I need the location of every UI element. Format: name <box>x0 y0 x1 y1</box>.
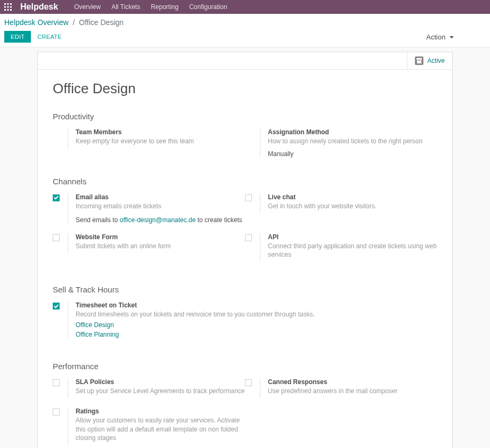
canned-checkbox[interactable] <box>245 379 252 386</box>
action-dropdown[interactable]: Action <box>426 33 454 41</box>
ratings-help: Allow your customers to easily rate your… <box>76 416 245 443</box>
breadcrumb: Helpdesk Overview / Office Design <box>4 18 486 27</box>
api-checkbox[interactable] <box>245 234 252 241</box>
nav-all-tickets[interactable]: All Tickets <box>111 3 140 11</box>
action-label: Action <box>426 33 445 41</box>
svg-rect-6 <box>4 9 6 11</box>
assignation-value: Manually <box>268 150 437 158</box>
canned-label: Canned Responses <box>268 378 437 386</box>
section-productivity: Productivity <box>53 112 437 121</box>
ratings-label: Ratings <box>76 408 245 415</box>
sla-checkbox[interactable] <box>53 379 60 386</box>
email-alias-checkbox[interactable] <box>53 194 60 201</box>
team-members-help: Keep empty for everyone to see this team <box>76 137 245 146</box>
email-alias-help: Incoming emails create tickets <box>76 202 245 211</box>
status-bar: Active <box>38 52 452 70</box>
svg-rect-7 <box>7 9 9 11</box>
svg-rect-5 <box>10 6 12 8</box>
assignation-label: Assignation Method <box>268 128 437 136</box>
api-label: API <box>268 233 437 241</box>
timesheet-link-design[interactable]: Office Design <box>76 321 437 329</box>
svg-rect-1 <box>7 3 9 5</box>
sla-label: SLA Policies <box>76 378 245 386</box>
page-title: Office Design <box>53 80 437 97</box>
timesheet-checkbox[interactable] <box>53 303 60 309</box>
breadcrumb-parent[interactable]: Helpdesk Overview <box>4 18 69 27</box>
app-title[interactable]: Helpdesk <box>20 2 58 12</box>
section-sell: Sell & Track Hours <box>53 285 437 294</box>
nav-configuration[interactable]: Configuration <box>189 3 227 11</box>
control-panel: Helpdesk Overview / Office Design EDIT C… <box>0 14 490 47</box>
assignation-help: How to assign newly created tickets to t… <box>268 137 437 146</box>
active-label: Active <box>427 57 445 64</box>
svg-rect-11 <box>419 61 420 61</box>
timesheet-label: Timesheet on Ticket <box>76 302 437 309</box>
caret-down-icon <box>450 36 454 38</box>
nav-reporting[interactable]: Reporting <box>151 3 178 11</box>
website-form-label: Website Form <box>76 233 245 241</box>
svg-rect-3 <box>4 6 6 8</box>
api-help: Connect third party application and crea… <box>268 242 437 260</box>
svg-rect-9 <box>416 58 422 60</box>
breadcrumb-current: Office Design <box>79 18 124 27</box>
canned-help: Use predefined answers in the mail compo… <box>268 387 437 396</box>
create-button[interactable]: CREATE <box>35 31 64 43</box>
svg-rect-10 <box>417 60 421 63</box>
livechat-label: Live chat <box>268 193 437 201</box>
apps-icon[interactable] <box>4 3 12 11</box>
livechat-checkbox[interactable] <box>245 194 252 201</box>
livechat-help: Get in touch with your website visitors. <box>268 202 437 211</box>
email-alias-line: Send emails to office-design@manatec.de … <box>76 216 245 224</box>
timesheet-help: Record timesheets on your tickets and re… <box>76 310 437 319</box>
button-row: EDIT CREATE Action <box>4 31 486 47</box>
email-alias-address[interactable]: office-design@manatec.de <box>120 216 196 224</box>
section-performance: Performance <box>53 362 437 371</box>
website-form-help: Submit tickets with an online form <box>76 242 245 251</box>
breadcrumb-separator: / <box>71 18 77 27</box>
svg-rect-8 <box>10 9 12 11</box>
email-alias-label: Email alias <box>76 193 245 201</box>
ratings-checkbox[interactable] <box>53 409 60 416</box>
sla-help: Set up your Service Level Agreements to … <box>76 387 245 396</box>
active-toggle[interactable]: Active <box>407 52 452 69</box>
website-form-checkbox[interactable] <box>53 234 60 241</box>
svg-rect-4 <box>7 6 9 8</box>
top-nav: Helpdesk Overview All Tickets Reporting … <box>0 0 490 14</box>
svg-rect-0 <box>4 3 6 5</box>
svg-rect-2 <box>10 3 12 5</box>
nav-overview[interactable]: Overview <box>74 3 101 11</box>
form-card: Active Office Design Productivity Team M… <box>37 52 453 448</box>
archive-icon <box>415 56 423 65</box>
timesheet-link-planning[interactable]: Office Planning <box>76 331 437 338</box>
edit-button[interactable]: EDIT <box>4 31 31 43</box>
team-members-label: Team Members <box>76 128 245 136</box>
section-channels: Channels <box>53 177 437 186</box>
